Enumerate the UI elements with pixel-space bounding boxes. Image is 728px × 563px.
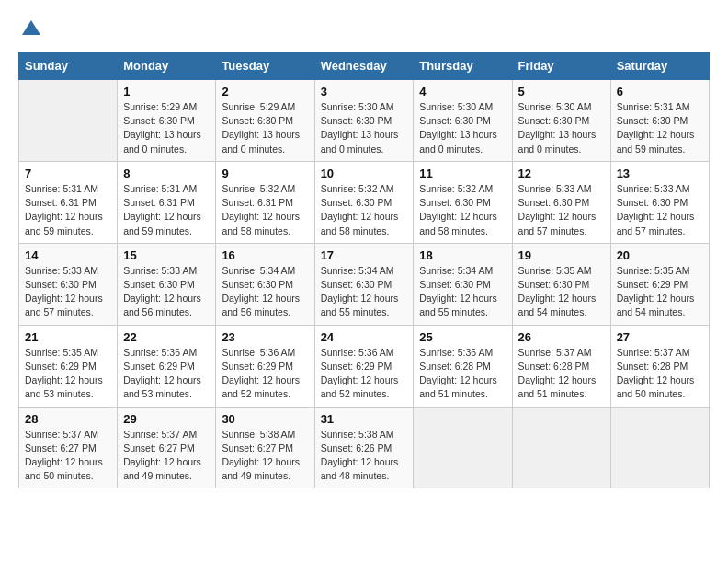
day-info: Sunrise: 5:36 AM Sunset: 6:29 PM Dayligh… bbox=[222, 346, 308, 402]
calendar-body: 1Sunrise: 5:29 AM Sunset: 6:30 PM Daylig… bbox=[19, 80, 710, 488]
cell-content: 11Sunrise: 5:32 AM Sunset: 6:30 PM Dayli… bbox=[419, 167, 506, 238]
cell-content: 31Sunrise: 5:38 AM Sunset: 6:26 PM Dayli… bbox=[321, 412, 408, 484]
cell-content: 14Sunrise: 5:33 AM Sunset: 6:30 PM Dayli… bbox=[25, 248, 111, 320]
header-cell-sunday: Sunday bbox=[19, 52, 118, 80]
day-number: 31 bbox=[321, 412, 408, 426]
day-info: Sunrise: 5:33 AM Sunset: 6:30 PM Dayligh… bbox=[123, 264, 210, 320]
cell-content: 1Sunrise: 5:29 AM Sunset: 6:30 PM Daylig… bbox=[123, 85, 210, 156]
cell-content: 12Sunrise: 5:33 AM Sunset: 6:30 PM Dayli… bbox=[518, 167, 605, 238]
cell-content: 10Sunrise: 5:32 AM Sunset: 6:30 PM Dayli… bbox=[321, 167, 408, 238]
day-info: Sunrise: 5:31 AM Sunset: 6:30 PM Dayligh… bbox=[617, 100, 703, 156]
day-info: Sunrise: 5:34 AM Sunset: 6:30 PM Dayligh… bbox=[222, 264, 308, 320]
calendar-cell: 16Sunrise: 5:34 AM Sunset: 6:30 PM Dayli… bbox=[216, 243, 314, 325]
cell-content: 6Sunrise: 5:31 AM Sunset: 6:30 PM Daylig… bbox=[617, 85, 703, 156]
day-info: Sunrise: 5:38 AM Sunset: 6:27 PM Dayligh… bbox=[222, 428, 308, 484]
calendar-cell: 12Sunrise: 5:33 AM Sunset: 6:30 PM Dayli… bbox=[512, 161, 610, 243]
calendar-cell: 24Sunrise: 5:36 AM Sunset: 6:29 PM Dayli… bbox=[314, 325, 414, 407]
calendar-cell: 7Sunrise: 5:31 AM Sunset: 6:31 PM Daylig… bbox=[19, 161, 118, 243]
calendar-cell: 20Sunrise: 5:35 AM Sunset: 6:29 PM Dayli… bbox=[610, 243, 709, 325]
day-number: 19 bbox=[518, 248, 605, 262]
cell-content: 17Sunrise: 5:34 AM Sunset: 6:30 PM Dayli… bbox=[321, 248, 408, 320]
header-cell-thursday: Thursday bbox=[414, 52, 512, 80]
day-number: 20 bbox=[617, 248, 703, 262]
calendar-table: SundayMondayTuesdayWednesdayThursdayFrid… bbox=[18, 52, 710, 488]
day-info: Sunrise: 5:37 AM Sunset: 6:27 PM Dayligh… bbox=[25, 428, 111, 484]
day-info: Sunrise: 5:30 AM Sunset: 6:30 PM Dayligh… bbox=[321, 100, 408, 156]
day-number: 7 bbox=[25, 167, 111, 180]
week-row-4: 21Sunrise: 5:35 AM Sunset: 6:29 PM Dayli… bbox=[19, 325, 710, 407]
day-info: Sunrise: 5:36 AM Sunset: 6:28 PM Dayligh… bbox=[419, 346, 506, 402]
day-info: Sunrise: 5:32 AM Sunset: 6:30 PM Dayligh… bbox=[321, 182, 408, 238]
day-info: Sunrise: 5:30 AM Sunset: 6:30 PM Dayligh… bbox=[419, 100, 506, 156]
cell-content: 24Sunrise: 5:36 AM Sunset: 6:29 PM Dayli… bbox=[321, 330, 408, 402]
day-info: Sunrise: 5:32 AM Sunset: 6:31 PM Dayligh… bbox=[222, 182, 308, 238]
day-number: 12 bbox=[518, 167, 605, 180]
calendar-cell: 21Sunrise: 5:35 AM Sunset: 6:29 PM Dayli… bbox=[19, 325, 118, 407]
calendar-cell: 30Sunrise: 5:38 AM Sunset: 6:27 PM Dayli… bbox=[216, 407, 314, 488]
cell-content: 19Sunrise: 5:35 AM Sunset: 6:30 PM Dayli… bbox=[518, 248, 605, 320]
day-info: Sunrise: 5:37 AM Sunset: 6:27 PM Dayligh… bbox=[123, 428, 210, 484]
day-number: 24 bbox=[321, 330, 408, 344]
cell-content: 18Sunrise: 5:34 AM Sunset: 6:30 PM Dayli… bbox=[419, 248, 506, 320]
cell-content: 25Sunrise: 5:36 AM Sunset: 6:28 PM Dayli… bbox=[419, 330, 506, 402]
day-info: Sunrise: 5:35 AM Sunset: 6:29 PM Dayligh… bbox=[25, 346, 111, 402]
calendar-cell: 5Sunrise: 5:30 AM Sunset: 6:30 PM Daylig… bbox=[512, 80, 610, 162]
day-number: 23 bbox=[222, 330, 308, 344]
calendar-cell: 17Sunrise: 5:34 AM Sunset: 6:30 PM Dayli… bbox=[314, 243, 414, 325]
calendar-cell: 27Sunrise: 5:37 AM Sunset: 6:28 PM Dayli… bbox=[610, 325, 709, 407]
day-number: 17 bbox=[321, 248, 408, 262]
calendar-cell: 4Sunrise: 5:30 AM Sunset: 6:30 PM Daylig… bbox=[414, 80, 512, 162]
day-number: 21 bbox=[25, 330, 111, 344]
calendar-cell: 1Sunrise: 5:29 AM Sunset: 6:30 PM Daylig… bbox=[118, 80, 216, 162]
cell-content: 26Sunrise: 5:37 AM Sunset: 6:28 PM Dayli… bbox=[518, 330, 605, 402]
calendar-cell: 18Sunrise: 5:34 AM Sunset: 6:30 PM Dayli… bbox=[414, 243, 512, 325]
cell-content: 21Sunrise: 5:35 AM Sunset: 6:29 PM Dayli… bbox=[25, 330, 111, 402]
calendar-cell: 6Sunrise: 5:31 AM Sunset: 6:30 PM Daylig… bbox=[610, 80, 709, 162]
day-number: 14 bbox=[25, 248, 111, 262]
day-number: 10 bbox=[321, 167, 408, 180]
day-info: Sunrise: 5:33 AM Sunset: 6:30 PM Dayligh… bbox=[25, 264, 111, 320]
day-info: Sunrise: 5:36 AM Sunset: 6:29 PM Dayligh… bbox=[321, 346, 408, 402]
cell-content: 5Sunrise: 5:30 AM Sunset: 6:30 PM Daylig… bbox=[518, 85, 605, 156]
day-number: 6 bbox=[617, 85, 703, 98]
cell-content: 28Sunrise: 5:37 AM Sunset: 6:27 PM Dayli… bbox=[25, 412, 111, 484]
calendar-cell: 31Sunrise: 5:38 AM Sunset: 6:26 PM Dayli… bbox=[314, 407, 414, 488]
calendar-cell: 25Sunrise: 5:36 AM Sunset: 6:28 PM Dayli… bbox=[414, 325, 512, 407]
day-info: Sunrise: 5:29 AM Sunset: 6:30 PM Dayligh… bbox=[222, 100, 308, 156]
calendar-cell: 2Sunrise: 5:29 AM Sunset: 6:30 PM Daylig… bbox=[216, 80, 314, 162]
day-info: Sunrise: 5:32 AM Sunset: 6:30 PM Dayligh… bbox=[419, 182, 506, 238]
header-cell-monday: Monday bbox=[118, 52, 216, 80]
day-number: 28 bbox=[25, 412, 111, 426]
cell-content: 27Sunrise: 5:37 AM Sunset: 6:28 PM Dayli… bbox=[617, 330, 703, 402]
calendar-cell: 11Sunrise: 5:32 AM Sunset: 6:30 PM Dayli… bbox=[414, 161, 512, 243]
calendar-cell bbox=[512, 407, 610, 488]
cell-content: 29Sunrise: 5:37 AM Sunset: 6:27 PM Dayli… bbox=[123, 412, 210, 484]
day-info: Sunrise: 5:34 AM Sunset: 6:30 PM Dayligh… bbox=[419, 264, 506, 320]
calendar-cell: 3Sunrise: 5:30 AM Sunset: 6:30 PM Daylig… bbox=[314, 80, 414, 162]
cell-content: 7Sunrise: 5:31 AM Sunset: 6:31 PM Daylig… bbox=[25, 167, 111, 238]
cell-content: 22Sunrise: 5:36 AM Sunset: 6:29 PM Dayli… bbox=[123, 330, 210, 402]
cell-content: 9Sunrise: 5:32 AM Sunset: 6:31 PM Daylig… bbox=[222, 167, 308, 238]
calendar-cell: 22Sunrise: 5:36 AM Sunset: 6:29 PM Dayli… bbox=[118, 325, 216, 407]
week-row-2: 7Sunrise: 5:31 AM Sunset: 6:31 PM Daylig… bbox=[19, 161, 710, 243]
header-cell-tuesday: Tuesday bbox=[216, 52, 314, 80]
day-info: Sunrise: 5:30 AM Sunset: 6:30 PM Dayligh… bbox=[518, 100, 605, 156]
day-info: Sunrise: 5:38 AM Sunset: 6:26 PM Dayligh… bbox=[321, 428, 408, 484]
calendar-cell: 9Sunrise: 5:32 AM Sunset: 6:31 PM Daylig… bbox=[216, 161, 314, 243]
day-info: Sunrise: 5:34 AM Sunset: 6:30 PM Dayligh… bbox=[321, 264, 408, 320]
calendar-cell: 19Sunrise: 5:35 AM Sunset: 6:30 PM Dayli… bbox=[512, 243, 610, 325]
day-info: Sunrise: 5:31 AM Sunset: 6:31 PM Dayligh… bbox=[123, 182, 210, 238]
header-cell-saturday: Saturday bbox=[610, 52, 709, 80]
day-number: 5 bbox=[518, 85, 605, 98]
day-number: 1 bbox=[123, 85, 210, 98]
day-number: 4 bbox=[419, 85, 506, 98]
week-row-3: 14Sunrise: 5:33 AM Sunset: 6:30 PM Dayli… bbox=[19, 243, 710, 325]
day-info: Sunrise: 5:37 AM Sunset: 6:28 PM Dayligh… bbox=[518, 346, 605, 402]
day-number: 9 bbox=[222, 167, 308, 180]
day-info: Sunrise: 5:37 AM Sunset: 6:28 PM Dayligh… bbox=[617, 346, 703, 402]
week-row-5: 28Sunrise: 5:37 AM Sunset: 6:27 PM Dayli… bbox=[19, 407, 710, 488]
day-number: 15 bbox=[123, 248, 210, 262]
day-number: 22 bbox=[123, 330, 210, 344]
calendar-cell: 29Sunrise: 5:37 AM Sunset: 6:27 PM Dayli… bbox=[118, 407, 216, 488]
calendar-cell: 14Sunrise: 5:33 AM Sunset: 6:30 PM Dayli… bbox=[19, 243, 118, 325]
